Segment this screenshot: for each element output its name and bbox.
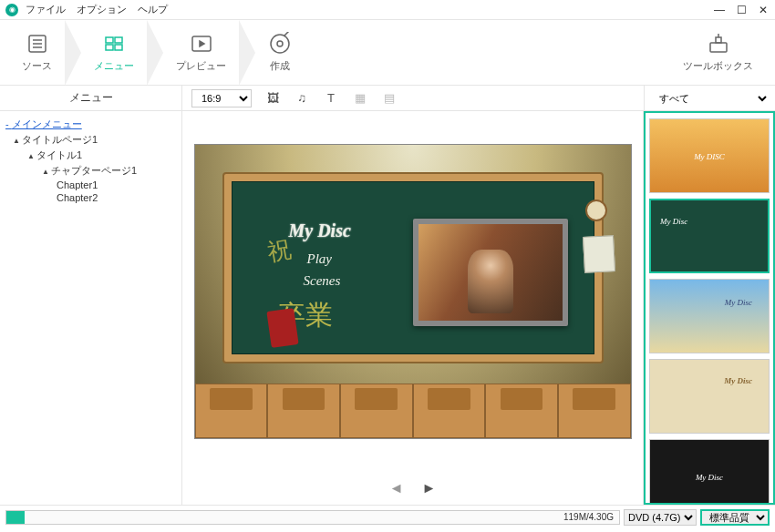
source-icon	[26, 32, 49, 56]
menu-tree: - メインメニュー ▲タイトルページ1 ▲タイトル1 ▲チャプターページ1 Ch…	[0, 111, 182, 505]
template-list: My DISC My Disc My Disc My Disc My Disc	[644, 111, 775, 505]
step-toolbox[interactable]: ツールボックス	[666, 20, 770, 85]
svg-point-11	[277, 41, 283, 46]
chapter-tool-icon[interactable]: ▦	[352, 90, 368, 107]
secondary-toolbar: メニュー 16:9 🖼 ♫ T ▦ ▤ すべて	[0, 86, 775, 111]
preview-icon	[190, 32, 213, 56]
clock-decoration	[585, 200, 607, 221]
diploma-decoration	[266, 308, 298, 348]
disc-usage-bar: 119M/4.30G	[5, 510, 620, 525]
step-navigation: ソース メニュー プレビュー 作成 ツールボックス	[0, 20, 775, 86]
template-party[interactable]: My DISC	[649, 118, 770, 193]
step-create-label: 作成	[270, 59, 290, 73]
scenes-button-text[interactable]: Scenes	[304, 273, 341, 289]
create-icon	[268, 32, 292, 56]
template-beach[interactable]: My Disc	[649, 279, 770, 353]
step-preview-label: プレビュー	[176, 59, 226, 73]
preview-panel: 祝 My Disc Play Scenes 卒業 ◄ ►	[182, 111, 644, 505]
template-filter-select[interactable]: すべて	[650, 89, 770, 107]
titlebar: ◉ ファイル オプション ヘルプ — ☐ ✕	[0, 0, 775, 20]
tree-chapter1[interactable]: Chapter1	[5, 179, 176, 191]
prev-page-icon[interactable]: ◄	[389, 480, 404, 496]
step-preview[interactable]: プレビュー	[160, 20, 243, 85]
music-tool-icon[interactable]: ♫	[294, 90, 310, 107]
menu-help[interactable]: ヘルプ	[138, 3, 168, 16]
main-area: - メインメニュー ▲タイトルページ1 ▲タイトル1 ▲チャプターページ1 Ch…	[0, 111, 775, 505]
tree-header: メニュー	[0, 86, 182, 110]
close-icon[interactable]: ✕	[757, 4, 770, 16]
svg-rect-4	[106, 37, 113, 43]
menu-icon	[102, 32, 126, 56]
quality-select[interactable]: 標準品質	[700, 509, 770, 526]
minimize-icon[interactable]: —	[713, 4, 726, 16]
template-dark[interactable]: My Disc	[649, 439, 770, 505]
maximize-icon[interactable]: ☐	[735, 4, 748, 16]
step-source[interactable]: ソース	[5, 20, 68, 85]
desk-decoration	[195, 384, 631, 438]
preview-toolbar: 16:9 🖼 ♫ T ▦ ▤	[182, 86, 644, 110]
papers-decoration	[582, 235, 615, 273]
tree-main-menu[interactable]: - メインメニュー	[5, 117, 176, 132]
step-create[interactable]: 作成	[252, 20, 308, 85]
video-thumbnail-frame[interactable]	[413, 219, 568, 326]
thumbnail-tool-icon[interactable]: ▤	[381, 90, 398, 107]
app-logo-icon: ◉	[5, 4, 18, 16]
next-page-icon[interactable]: ►	[422, 480, 437, 496]
svg-rect-5	[115, 37, 122, 43]
text-tool-icon[interactable]: T	[323, 90, 339, 107]
aspect-ratio-select[interactable]: 16:9	[191, 89, 252, 107]
status-bar: 119M/4.30G DVD (4.7G) 標準品質	[0, 505, 775, 528]
tree-title-page[interactable]: ▲タイトルページ1	[5, 132, 176, 148]
disc-type-select[interactable]: DVD (4.7G)	[624, 509, 697, 526]
tree-chapter-page[interactable]: ▲チャプターページ1	[5, 163, 176, 179]
template-classroom[interactable]: My Disc	[649, 199, 770, 273]
disc-title-text[interactable]: My Disc	[289, 220, 351, 241]
image-tool-icon[interactable]: 🖼	[264, 90, 281, 107]
svg-point-10	[271, 35, 289, 53]
svg-rect-13	[710, 43, 727, 52]
template-vintage[interactable]: My Disc	[649, 359, 770, 434]
step-menu-label: メニュー	[94, 59, 134, 73]
step-source-label: ソース	[22, 59, 52, 73]
svg-line-12	[284, 32, 290, 36]
disc-menu-preview[interactable]: 祝 My Disc Play Scenes 卒業	[194, 144, 632, 439]
svg-rect-6	[106, 45, 113, 50]
svg-marker-9	[200, 41, 204, 46]
menu-file[interactable]: ファイル	[26, 3, 66, 16]
disc-usage-text: 119M/4.30G	[563, 512, 619, 522]
tree-title[interactable]: ▲タイトル1	[5, 148, 176, 163]
svg-rect-7	[115, 45, 122, 50]
page-navigation: ◄ ►	[182, 472, 643, 505]
menu-options[interactable]: オプション	[77, 3, 127, 16]
step-menu[interactable]: メニュー	[78, 20, 150, 85]
window-controls: — ☐ ✕	[713, 4, 770, 16]
svg-rect-14	[716, 37, 721, 43]
step-toolbox-label: ツールボックス	[683, 59, 753, 73]
tree-chapter2[interactable]: Chapter2	[5, 191, 176, 204]
play-button-text[interactable]: Play	[307, 251, 333, 267]
menubar: ファイル オプション ヘルプ	[26, 3, 168, 16]
toolbox-icon	[707, 32, 730, 56]
